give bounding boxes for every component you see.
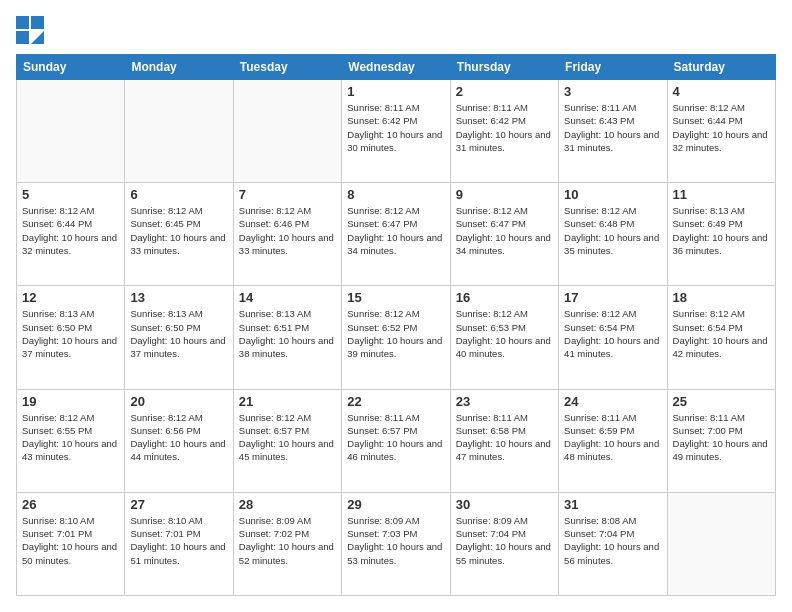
day-info: Sunrise: 8:13 AM Sunset: 6:50 PM Dayligh… — [130, 307, 227, 360]
svg-rect-0 — [16, 16, 29, 29]
day-number: 11 — [673, 187, 770, 202]
day-number: 21 — [239, 394, 336, 409]
page: SundayMondayTuesdayWednesdayThursdayFrid… — [0, 0, 792, 612]
day-info: Sunrise: 8:11 AM Sunset: 6:43 PM Dayligh… — [564, 101, 661, 154]
calendar-cell: 7Sunrise: 8:12 AM Sunset: 6:46 PM Daylig… — [233, 183, 341, 286]
day-info: Sunrise: 8:13 AM Sunset: 6:50 PM Dayligh… — [22, 307, 119, 360]
calendar-cell: 12Sunrise: 8:13 AM Sunset: 6:50 PM Dayli… — [17, 286, 125, 389]
calendar-cell: 17Sunrise: 8:12 AM Sunset: 6:54 PM Dayli… — [559, 286, 667, 389]
calendar-cell: 26Sunrise: 8:10 AM Sunset: 7:01 PM Dayli… — [17, 492, 125, 595]
day-number: 30 — [456, 497, 553, 512]
calendar-cell: 28Sunrise: 8:09 AM Sunset: 7:02 PM Dayli… — [233, 492, 341, 595]
day-number: 9 — [456, 187, 553, 202]
col-header-friday: Friday — [559, 55, 667, 80]
col-header-saturday: Saturday — [667, 55, 775, 80]
calendar-cell: 23Sunrise: 8:11 AM Sunset: 6:58 PM Dayli… — [450, 389, 558, 492]
day-number: 8 — [347, 187, 444, 202]
day-number: 7 — [239, 187, 336, 202]
day-number: 12 — [22, 290, 119, 305]
day-info: Sunrise: 8:08 AM Sunset: 7:04 PM Dayligh… — [564, 514, 661, 567]
calendar-cell: 24Sunrise: 8:11 AM Sunset: 6:59 PM Dayli… — [559, 389, 667, 492]
calendar-cell — [233, 80, 341, 183]
calendar-cell: 22Sunrise: 8:11 AM Sunset: 6:57 PM Dayli… — [342, 389, 450, 492]
svg-rect-1 — [31, 16, 44, 29]
calendar-cell: 18Sunrise: 8:12 AM Sunset: 6:54 PM Dayli… — [667, 286, 775, 389]
day-number: 10 — [564, 187, 661, 202]
col-header-thursday: Thursday — [450, 55, 558, 80]
calendar-cell: 29Sunrise: 8:09 AM Sunset: 7:03 PM Dayli… — [342, 492, 450, 595]
day-number: 13 — [130, 290, 227, 305]
calendar-cell: 27Sunrise: 8:10 AM Sunset: 7:01 PM Dayli… — [125, 492, 233, 595]
day-number: 2 — [456, 84, 553, 99]
calendar-week-1: 5Sunrise: 8:12 AM Sunset: 6:44 PM Daylig… — [17, 183, 776, 286]
calendar-week-2: 12Sunrise: 8:13 AM Sunset: 6:50 PM Dayli… — [17, 286, 776, 389]
calendar-cell — [17, 80, 125, 183]
calendar-cell: 11Sunrise: 8:13 AM Sunset: 6:49 PM Dayli… — [667, 183, 775, 286]
calendar-cell: 2Sunrise: 8:11 AM Sunset: 6:42 PM Daylig… — [450, 80, 558, 183]
day-info: Sunrise: 8:11 AM Sunset: 6:42 PM Dayligh… — [347, 101, 444, 154]
calendar-week-4: 26Sunrise: 8:10 AM Sunset: 7:01 PM Dayli… — [17, 492, 776, 595]
header — [16, 16, 776, 44]
calendar-cell: 3Sunrise: 8:11 AM Sunset: 6:43 PM Daylig… — [559, 80, 667, 183]
calendar-cell: 5Sunrise: 8:12 AM Sunset: 6:44 PM Daylig… — [17, 183, 125, 286]
day-number: 1 — [347, 84, 444, 99]
day-info: Sunrise: 8:12 AM Sunset: 6:53 PM Dayligh… — [456, 307, 553, 360]
day-info: Sunrise: 8:10 AM Sunset: 7:01 PM Dayligh… — [22, 514, 119, 567]
logo — [16, 16, 48, 44]
day-info: Sunrise: 8:12 AM Sunset: 6:45 PM Dayligh… — [130, 204, 227, 257]
calendar-cell: 31Sunrise: 8:08 AM Sunset: 7:04 PM Dayli… — [559, 492, 667, 595]
day-number: 20 — [130, 394, 227, 409]
day-number: 26 — [22, 497, 119, 512]
day-info: Sunrise: 8:10 AM Sunset: 7:01 PM Dayligh… — [130, 514, 227, 567]
logo-icon — [16, 16, 44, 44]
day-number: 29 — [347, 497, 444, 512]
calendar-cell: 15Sunrise: 8:12 AM Sunset: 6:52 PM Dayli… — [342, 286, 450, 389]
day-number: 14 — [239, 290, 336, 305]
day-number: 15 — [347, 290, 444, 305]
day-info: Sunrise: 8:11 AM Sunset: 6:59 PM Dayligh… — [564, 411, 661, 464]
calendar-cell — [667, 492, 775, 595]
day-info: Sunrise: 8:12 AM Sunset: 6:47 PM Dayligh… — [456, 204, 553, 257]
calendar-table: SundayMondayTuesdayWednesdayThursdayFrid… — [16, 54, 776, 596]
day-number: 22 — [347, 394, 444, 409]
calendar-cell: 10Sunrise: 8:12 AM Sunset: 6:48 PM Dayli… — [559, 183, 667, 286]
calendar-cell: 8Sunrise: 8:12 AM Sunset: 6:47 PM Daylig… — [342, 183, 450, 286]
day-number: 6 — [130, 187, 227, 202]
calendar-week-0: 1Sunrise: 8:11 AM Sunset: 6:42 PM Daylig… — [17, 80, 776, 183]
day-number: 28 — [239, 497, 336, 512]
col-header-tuesday: Tuesday — [233, 55, 341, 80]
calendar-week-3: 19Sunrise: 8:12 AM Sunset: 6:55 PM Dayli… — [17, 389, 776, 492]
day-number: 24 — [564, 394, 661, 409]
day-number: 17 — [564, 290, 661, 305]
calendar-cell: 25Sunrise: 8:11 AM Sunset: 7:00 PM Dayli… — [667, 389, 775, 492]
day-number: 3 — [564, 84, 661, 99]
day-number: 25 — [673, 394, 770, 409]
day-info: Sunrise: 8:12 AM Sunset: 6:57 PM Dayligh… — [239, 411, 336, 464]
day-info: Sunrise: 8:12 AM Sunset: 6:52 PM Dayligh… — [347, 307, 444, 360]
day-info: Sunrise: 8:12 AM Sunset: 6:55 PM Dayligh… — [22, 411, 119, 464]
day-info: Sunrise: 8:12 AM Sunset: 6:54 PM Dayligh… — [673, 307, 770, 360]
day-number: 31 — [564, 497, 661, 512]
day-info: Sunrise: 8:11 AM Sunset: 6:58 PM Dayligh… — [456, 411, 553, 464]
day-info: Sunrise: 8:12 AM Sunset: 6:44 PM Dayligh… — [22, 204, 119, 257]
day-info: Sunrise: 8:12 AM Sunset: 6:47 PM Dayligh… — [347, 204, 444, 257]
calendar-cell: 14Sunrise: 8:13 AM Sunset: 6:51 PM Dayli… — [233, 286, 341, 389]
calendar-cell — [125, 80, 233, 183]
day-number: 5 — [22, 187, 119, 202]
day-info: Sunrise: 8:12 AM Sunset: 6:54 PM Dayligh… — [564, 307, 661, 360]
day-info: Sunrise: 8:11 AM Sunset: 7:00 PM Dayligh… — [673, 411, 770, 464]
calendar-cell: 21Sunrise: 8:12 AM Sunset: 6:57 PM Dayli… — [233, 389, 341, 492]
day-info: Sunrise: 8:09 AM Sunset: 7:04 PM Dayligh… — [456, 514, 553, 567]
calendar-cell: 13Sunrise: 8:13 AM Sunset: 6:50 PM Dayli… — [125, 286, 233, 389]
col-header-monday: Monday — [125, 55, 233, 80]
day-number: 4 — [673, 84, 770, 99]
calendar-cell: 4Sunrise: 8:12 AM Sunset: 6:44 PM Daylig… — [667, 80, 775, 183]
day-info: Sunrise: 8:12 AM Sunset: 6:56 PM Dayligh… — [130, 411, 227, 464]
day-number: 18 — [673, 290, 770, 305]
day-info: Sunrise: 8:12 AM Sunset: 6:46 PM Dayligh… — [239, 204, 336, 257]
col-header-wednesday: Wednesday — [342, 55, 450, 80]
day-number: 16 — [456, 290, 553, 305]
day-number: 27 — [130, 497, 227, 512]
day-info: Sunrise: 8:09 AM Sunset: 7:03 PM Dayligh… — [347, 514, 444, 567]
day-info: Sunrise: 8:13 AM Sunset: 6:49 PM Dayligh… — [673, 204, 770, 257]
